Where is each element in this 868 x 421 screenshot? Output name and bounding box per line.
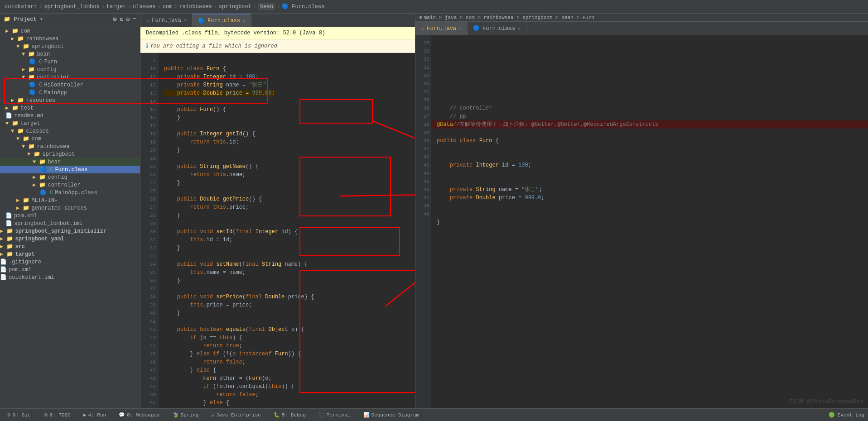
sidebar-scroll-icon[interactable]: ⇅: [120, 15, 123, 23]
tree-item-config2[interactable]: ▶ 📁 config: [0, 173, 140, 181]
breadcrumb-sep: ›: [174, 4, 178, 10]
code-line: public Furn() {: [164, 106, 226, 113]
bottom-bar: ⑨ 9: Git ⑥ 6: TODO ▶ 4: Run 💬 0: Message…: [0, 408, 868, 421]
tab-close-furn-class[interactable]: ✕: [243, 18, 246, 24]
tree-item-controller2[interactable]: ▶ 📁 controller: [0, 181, 140, 189]
tree-item-Furn-top[interactable]: 🔵 C Furn: [0, 58, 140, 66]
right-tab-furn-java-close[interactable]: ✕: [459, 26, 462, 31]
tree-item-Furn-class[interactable]: 🔵 C Furn.class: [0, 166, 140, 173]
tree-item-spring-init[interactable]: ▶ 📁 springboot_spring_initializr: [0, 227, 140, 235]
tree-item-iml[interactable]: 📄 springboot_lombok.iml: [0, 220, 140, 227]
code-line: return this.id;: [164, 139, 239, 145]
bottom-run[interactable]: ▶ 4: Run: [81, 412, 109, 418]
tree-item-bean2[interactable]: ▼ 📁 bean: [0, 158, 140, 166]
tree-item-gitignore[interactable]: 📄 .gitignore: [0, 258, 140, 266]
tree-item-generated[interactable]: ▶ 📁 generated-sources: [0, 204, 140, 212]
right-line-numbers: 2829303132333435363738394041424344454647…: [415, 35, 431, 408]
sidebar-title: 📁 Project ▾: [4, 16, 113, 23]
editor-tabs: ☕ Furn.java ✕ 🔵 Furn.class ✕: [140, 14, 415, 27]
tree-item-readme[interactable]: 📄 readme.md: [0, 112, 140, 120]
breadcrumb-sep: ›: [128, 4, 131, 10]
tree-item-MainApp-top[interactable]: 🔵 C MainApp: [0, 89, 140, 96]
breadcrumb-sep: ›: [214, 4, 217, 10]
tree-item-controller-top[interactable]: ▼ 📁 controller: [0, 73, 140, 81]
tree-item-config-top[interactable]: ▶ 📁 config: [0, 66, 140, 73]
code-line: return this.name;: [164, 172, 246, 178]
right-tab-class-icon: 🔵: [473, 25, 480, 32]
editor-area: ☕ Furn.java ✕ 🔵 Furn.class ✕ Decompiled …: [140, 14, 415, 408]
tab-icon-java: ☕: [146, 17, 149, 24]
right-panel-settings-icon[interactable]: ⚙: [419, 14, 422, 20]
code-line: return false;: [164, 359, 246, 365]
code-line: }: [164, 245, 180, 251]
event-log-icon: 🟢: [829, 412, 835, 418]
tree-item-com[interactable]: ▶ 📁 com: [0, 27, 140, 35]
tree-item-META-INF[interactable]: ▶ 📁 META-INF: [0, 196, 140, 204]
right-code-line: public class Furn {: [437, 138, 499, 144]
tab-label-furn-java: Furn.java: [152, 17, 181, 24]
spring-label: Spring: [181, 412, 199, 418]
tree-item-src[interactable]: ▶ 📁 src: [0, 243, 140, 250]
bottom-git[interactable]: ⑨ 9: Git: [4, 412, 34, 418]
tree-item-springboot2[interactable]: ▼ 📁 springboot: [0, 150, 140, 158]
breadcrumb-sep: ›: [253, 4, 256, 10]
sidebar-add-icon[interactable]: ⊕: [113, 15, 116, 23]
right-tab-furn-java[interactable]: ☕ Furn.java ✕: [415, 22, 468, 35]
bottom-debug[interactable]: 🐛 5: Debug: [271, 412, 309, 418]
breadcrumb-item: springboot: [219, 4, 251, 10]
java-enterprise-icon: ☕: [211, 412, 214, 418]
code-line: public class Furn {: [164, 66, 226, 72]
tree-item-classes[interactable]: ▼ 📁 classes: [0, 127, 140, 135]
tree-item-target[interactable]: ▼ 📁 target: [0, 120, 140, 127]
git-label: 9: Git: [13, 412, 31, 418]
bottom-messages[interactable]: 💬 0: Messages: [116, 412, 163, 418]
code-line: }: [164, 147, 180, 153]
sidebar-settings-icon[interactable]: ⚙: [126, 15, 130, 23]
tree-item-pom2[interactable]: 📄 pom.xml: [0, 266, 140, 273]
breadcrumb-item: com: [163, 4, 173, 10]
tree-item-com2[interactable]: ▼ 📁 com: [0, 135, 140, 143]
bottom-spring[interactable]: 🍃 Spring: [170, 412, 202, 418]
bottom-java-enterprise[interactable]: ☕ Java Enterprise: [208, 412, 264, 418]
code-line: } else {: [164, 400, 229, 406]
breadcrumb: quickstart › springboot_lombok › target …: [0, 0, 868, 14]
tree-item-test[interactable]: ▶ 📁 test: [0, 104, 140, 112]
tab-furn-class[interactable]: 🔵 Furn.class ✕: [193, 14, 251, 27]
warning-text: You are editing a file which is ignored: [150, 43, 277, 49]
code-line: public boolean equals(final Object o) {: [164, 326, 304, 333]
code-line: public void setName(final String name) {: [164, 261, 308, 268]
right-tab-furn-class[interactable]: 🔵 Furn.class ✕: [468, 22, 526, 35]
code-line: return false;: [164, 392, 259, 398]
tab-close-furn-java[interactable]: ✕: [184, 18, 187, 23]
tree-item-resources[interactable]: ▶ 📁 resources: [0, 96, 140, 104]
tree-item-rainbowsea2[interactable]: ▼ 📁 rainbowsea: [0, 143, 140, 150]
bottom-terminal[interactable]: ⬛ Terminal: [316, 412, 353, 418]
tree-item-springboot[interactable]: ▼ 📁 springboot: [0, 43, 140, 50]
breadcrumb-sep: ›: [101, 4, 105, 10]
sidebar-close-icon[interactable]: −: [133, 15, 136, 23]
tree-item-bean-top[interactable]: ▼ 📁 bean: [0, 50, 140, 58]
bottom-sequence[interactable]: 📊 Sequence Diagram: [361, 412, 422, 418]
bottom-todo[interactable]: ⑥ 6: TODO: [41, 412, 73, 418]
right-tab-furn-class-close[interactable]: ✕: [518, 26, 521, 31]
tree-item-target2[interactable]: ▶ 📁 target: [0, 250, 140, 258]
breadcrumb-item: 🔵 Furn.class: [282, 3, 324, 10]
tree-item-rainbowsea[interactable]: ▶ 📁 rainbowsea: [0, 35, 140, 43]
right-code-area: 2829303132333435363738394041424344454647…: [415, 35, 868, 408]
spring-icon: 🍃: [173, 412, 179, 418]
tab-furn-java[interactable]: ☕ Furn.java ✕: [140, 14, 193, 27]
right-code-line: // pp: [437, 113, 466, 120]
java-enterprise-label: Java Enterprise: [216, 412, 261, 418]
tree-item-pom[interactable]: 📄 pom.xml: [0, 212, 140, 220]
code-line: return this.price;: [164, 204, 249, 210]
tree-item-quickstart-iml[interactable]: 📄 quickstart.iml: [0, 273, 140, 281]
tree-item-springboot-yaml[interactable]: ▶ 📁 springboot_yaml: [0, 235, 140, 243]
messages-icon: 💬: [119, 412, 125, 418]
todo-icon: ⑥: [43, 412, 48, 418]
code-line: if (o == this) {: [164, 335, 242, 341]
tree-item-HiController[interactable]: 🔵 C HiController: [0, 81, 140, 89]
decompile-info-bar: Decompiled .class file, bytecode version…: [140, 27, 415, 39]
right-tab-java-icon: ☕: [421, 25, 424, 32]
right-tab-furn-class-label: Furn.class: [482, 25, 515, 32]
tree-item-MainApp-class[interactable]: 🔵 C MainApp.class: [0, 189, 140, 196]
